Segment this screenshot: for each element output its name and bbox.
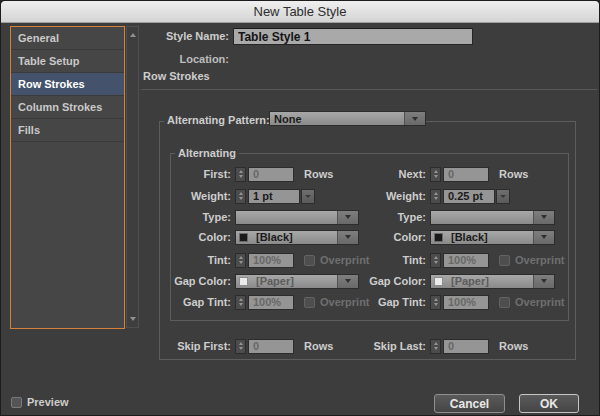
left-weight-stepper	[235, 189, 246, 204]
black-swatch-icon	[239, 233, 248, 242]
location-label: Location:	[141, 53, 229, 65]
left-gap-tint-label: Gap Tint:	[141, 296, 231, 308]
right-tint-label: Tint:	[338, 254, 426, 266]
skip-last-stepper	[430, 339, 441, 354]
left-color-label: Color:	[141, 231, 231, 243]
chevron-down-icon	[541, 215, 547, 219]
left-type-label: Type:	[141, 211, 231, 223]
section-divider	[141, 89, 597, 90]
left-tint-row: Tint: 100% Overprint	[141, 252, 370, 268]
paper-swatch-icon	[434, 277, 443, 286]
left-weight-field: 1 pt	[248, 189, 300, 204]
left-tint-stepper	[235, 253, 246, 268]
dropdown-arrow-button	[533, 231, 554, 244]
skip-last-unit: Rows	[499, 340, 528, 352]
skip-last-field: 0	[443, 339, 489, 354]
section-title: Row Strokes	[143, 70, 210, 82]
stepper-up-icon	[239, 170, 243, 173]
stepper-down-icon	[434, 347, 438, 350]
right-overprint-checkbox	[499, 255, 510, 266]
sidebar-item-fills[interactable]: Fills	[11, 119, 124, 142]
right-weight-field: 0.25 pt	[443, 189, 495, 204]
right-weight-label: Weight:	[338, 190, 426, 202]
left-color-value: [Black]	[252, 231, 297, 243]
first-rows-field: 0	[248, 167, 294, 182]
next-rows-row: Next: 0 Rows	[338, 166, 528, 182]
right-weight-dropdown-button	[496, 189, 510, 204]
paper-swatch-icon	[239, 277, 248, 286]
sidebar-item-general[interactable]: General	[11, 27, 124, 50]
right-gap-color-row: Gap Color: [Paper]	[338, 273, 555, 289]
style-name-input[interactable]	[233, 28, 473, 45]
stepper-down-icon	[239, 261, 243, 264]
right-tint-field: 100%	[443, 253, 489, 268]
first-rows-stepper	[235, 167, 246, 182]
stepper-down-icon	[434, 197, 438, 200]
left-gap-color-value: [Paper]	[252, 275, 298, 287]
chevron-down-icon	[541, 279, 547, 283]
skip-first-field: 0	[248, 339, 294, 354]
left-weight-label: Weight:	[141, 190, 231, 202]
sidebar-item-column-strokes[interactable]: Column Strokes	[11, 96, 124, 119]
scroll-down-icon	[130, 317, 136, 321]
settings-category-list: General Table Setup Row Strokes Column S…	[10, 26, 125, 329]
chevron-down-icon	[541, 235, 547, 239]
stepper-down-icon	[239, 175, 243, 178]
first-rows-row: First: 0 Rows	[141, 166, 333, 182]
stepper-up-icon	[239, 298, 243, 301]
right-tint-row: Tint: 100% Overprint	[338, 252, 565, 268]
stepper-up-icon	[434, 298, 438, 301]
stepper-up-icon	[434, 256, 438, 259]
right-gap-tint-row: Gap Tint: 100% Overprint	[338, 294, 565, 310]
stepper-up-icon	[434, 170, 438, 173]
chevron-down-icon	[305, 195, 311, 198]
right-overprint-label: Overprint	[515, 254, 565, 266]
right-color-row: Color: [Black]	[338, 229, 555, 245]
dropdown-arrow-button[interactable]	[404, 112, 425, 125]
alternating-group-label: Alternating	[175, 147, 239, 159]
list-scrollbar[interactable]	[126, 26, 139, 328]
right-weight-row: Weight: 0.25 pt	[338, 188, 510, 204]
right-gap-tint-label: Gap Tint:	[338, 296, 426, 308]
skip-last-label: Skip Last:	[338, 340, 426, 352]
skip-first-stepper	[235, 339, 246, 354]
preview-checkbox[interactable]	[11, 397, 22, 408]
ok-button[interactable]: OK	[519, 394, 579, 413]
right-type-row: Type:	[338, 209, 555, 225]
window-title: New Table Style	[254, 4, 347, 19]
skip-last-row: Skip Last: 0 Rows	[338, 338, 528, 354]
first-rows-unit: Rows	[304, 168, 333, 180]
skip-first-row: Skip First: 0 Rows	[141, 338, 333, 354]
new-table-style-dialog: New Table Style General Table Setup Row …	[0, 0, 600, 416]
sidebar-item-row-strokes[interactable]: Row Strokes	[11, 73, 124, 96]
scroll-up-icon	[130, 33, 136, 37]
sidebar-item-table-setup[interactable]: Table Setup	[11, 50, 124, 73]
right-color-dropdown: [Black]	[430, 230, 555, 245]
left-gap-color-label: Gap Color:	[141, 275, 231, 287]
right-color-label: Color:	[338, 231, 426, 243]
stepper-up-icon	[434, 192, 438, 195]
right-gap-color-label: Gap Color:	[338, 275, 426, 287]
next-rows-stepper	[430, 167, 441, 182]
right-gap-color-dropdown: [Paper]	[430, 274, 555, 289]
dropdown-arrow-button	[533, 275, 554, 288]
right-color-value: [Black]	[447, 231, 492, 243]
right-gap-overprint-checkbox	[499, 297, 510, 308]
left-tint-field: 100%	[248, 253, 294, 268]
stepper-down-icon	[239, 303, 243, 306]
scroll-up-button[interactable]	[127, 29, 138, 41]
right-gap-tint-stepper	[430, 295, 441, 310]
first-rows-label: First:	[141, 168, 231, 180]
next-rows-label: Next:	[338, 168, 426, 180]
stepper-down-icon	[239, 197, 243, 200]
cancel-button[interactable]: Cancel	[434, 394, 505, 413]
left-gap-tint-row: Gap Tint: 100% Overprint	[141, 294, 370, 310]
preview-label: Preview	[27, 396, 69, 408]
stepper-up-icon	[239, 192, 243, 195]
chevron-down-icon	[500, 195, 506, 198]
window-titlebar: New Table Style	[1, 1, 599, 23]
scroll-down-button[interactable]	[127, 313, 138, 325]
alternating-pattern-dropdown[interactable]: None	[269, 111, 426, 126]
right-type-label: Type:	[338, 211, 426, 223]
left-gap-color-row: Gap Color: [Paper]	[141, 273, 359, 289]
